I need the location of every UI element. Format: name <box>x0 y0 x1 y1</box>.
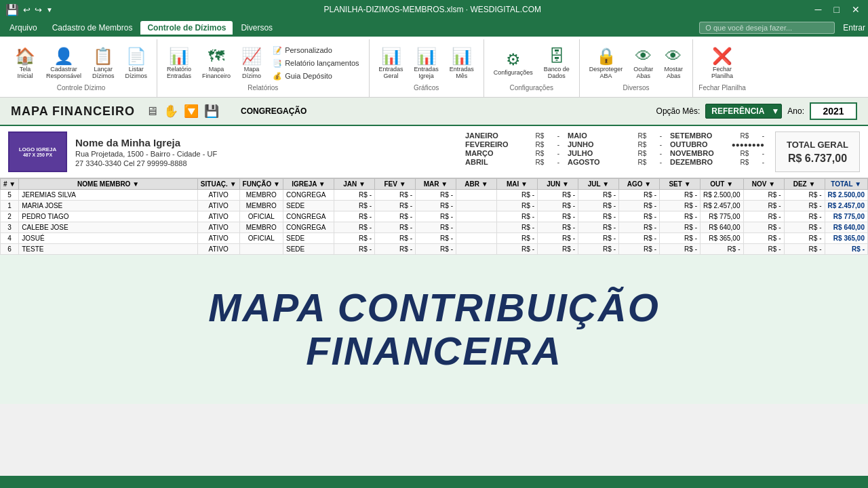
menu-diversos[interactable]: Diversos <box>234 21 279 35</box>
redo-icon[interactable]: ↪ <box>35 5 42 15</box>
th-mai[interactable]: MAI ▼ <box>497 179 538 190</box>
row-dez: R$ - <box>784 233 825 244</box>
row-ago: R$ - <box>619 244 660 255</box>
th-dez[interactable]: DEZ ▼ <box>784 179 825 190</box>
mapa-dizimo-button[interactable]: 📈 MapaDízimo <box>237 44 266 82</box>
month-row-abr: ABRIL R$ - <box>465 158 559 166</box>
row-nov: R$ - <box>743 211 784 222</box>
row-abr <box>456 244 497 255</box>
lancar-dizimos-button[interactable]: 📋 LançarDízimos <box>88 44 119 82</box>
row-jan: R$ - <box>334 201 375 211</box>
close-button[interactable]: ✕ <box>849 4 863 15</box>
row-set: R$ - <box>660 244 701 255</box>
ribbon-label-controle: Controle Dízimo <box>57 84 106 94</box>
church-logo: LOGO IGREJA 487 X 250 PX <box>8 131 67 172</box>
row-name: PEDRO TIAGO <box>19 211 198 222</box>
relatorio-entradas-button[interactable]: 📊 RelatórioEntradas <box>163 44 195 82</box>
entradas-geral-button[interactable]: 📊 EntradasGeral <box>375 44 408 82</box>
th-igr[interactable]: IGREJA ▼ <box>283 179 334 190</box>
th-total[interactable]: TOTAL ▼ <box>825 179 868 190</box>
ribbon-label-relatorios: Relatórios <box>248 84 278 94</box>
row-mai: R$ - <box>497 233 538 244</box>
ocultar-abas-button[interactable]: 👁 OcultarAbas <box>629 44 657 82</box>
th-ago[interactable]: AGO ▼ <box>619 179 660 190</box>
row-func: OFICIAL <box>239 211 283 222</box>
row-mar: R$ - <box>416 222 456 233</box>
th-mar[interactable]: MAR ▼ <box>416 179 456 190</box>
row-total: R$ 775,00 <box>825 211 868 222</box>
row-func: MEMBRO <box>239 222 283 233</box>
row-jul: R$ - <box>578 233 619 244</box>
entradas-mes-button[interactable]: 📊 EntradasMês <box>446 44 478 82</box>
desproteger-aba-button[interactable]: 🔒 DesprotegerABA <box>585 44 627 82</box>
row-fev: R$ - <box>375 233 416 244</box>
th-func[interactable]: FUNÇÃO ▼ <box>239 179 283 190</box>
undo-icon[interactable]: ↩ <box>23 5 31 15</box>
th-name[interactable]: NOME MEMBRO ▼ <box>19 179 198 190</box>
th-out[interactable]: OUT ▼ <box>701 179 744 190</box>
configuracoes-button[interactable]: ⚙ Configurações <box>490 47 537 79</box>
th-jul[interactable]: JUL ▼ <box>578 179 619 190</box>
row-mai: R$ - <box>497 244 538 255</box>
row-fev: R$ - <box>375 211 416 222</box>
quick-access-dropdown[interactable]: ▼ <box>46 6 53 14</box>
save-icon[interactable]: 💾 <box>204 104 219 119</box>
ribbon-group-relatorios: 📊 RelatórioEntradas 🗺 MapaFinanceiro 📈 M… <box>157 39 370 97</box>
referencia-dropdown[interactable]: REFERÊNCIA <box>705 104 782 119</box>
row-jun: R$ - <box>538 190 578 201</box>
menu-bar: Arquivo Cadastro de Membros Controle de … <box>0 19 868 37</box>
mapa-financeiro-button[interactable]: 🗺 MapaFinanceiro <box>198 44 235 82</box>
th-jan[interactable]: JAN ▼ <box>334 179 375 190</box>
church-info: LOGO IGREJA 487 X 250 PX Nome da Minha I… <box>8 131 454 172</box>
ano-input[interactable] <box>810 102 857 120</box>
th-fev[interactable]: FEV ▼ <box>375 179 416 190</box>
row-name: TESTE <box>19 244 198 255</box>
search-input[interactable] <box>699 22 835 34</box>
personalizado-button[interactable]: 📝 Personalizado <box>269 45 363 56</box>
row-func: MEMBRO <box>239 190 283 201</box>
th-jun[interactable]: JUN ▼ <box>538 179 578 190</box>
row-jul: R$ - <box>578 211 619 222</box>
row-jun: R$ - <box>538 211 578 222</box>
opcao-mes-label: Opção Mês: <box>656 106 701 116</box>
menu-arquivo[interactable]: Arquivo <box>3 21 44 35</box>
mostrar-abas-button[interactable]: 👁 MostarAbas <box>660 44 687 82</box>
th-abr[interactable]: ABR ▼ <box>456 179 497 190</box>
row-sit: ATIVO <box>197 201 239 211</box>
row-abr <box>456 190 497 201</box>
listar-dizimos-button[interactable]: 📄 ListarDízimos <box>121 44 152 82</box>
th-nov[interactable]: NOV ▼ <box>743 179 784 190</box>
month-col-1: JANEIRO R$ - FEVEREIRO R$ - MARÇO R$ - A… <box>465 131 559 166</box>
maximize-button[interactable]: □ <box>831 4 842 15</box>
th-num[interactable]: # ▼ <box>1 179 19 190</box>
hand-icon[interactable]: ✋ <box>163 104 178 119</box>
row-ago: R$ - <box>619 233 660 244</box>
relatorio-lancamentos-button[interactable]: 📑 Relatório lançamentos <box>269 58 363 69</box>
th-set[interactable]: SET ▼ <box>660 179 701 190</box>
row-total: R$ 640,00 <box>825 222 868 233</box>
menu-cadastro[interactable]: Cadastro de Membros <box>45 21 140 35</box>
row-fev: R$ - <box>375 222 416 233</box>
ribbon-group-diversos: 🔒 DesprotegerABA 👁 OcultarAbas 👁 MostarA… <box>580 39 694 97</box>
watermark-line2: FINANCEIRA <box>208 329 660 373</box>
entradas-igreja-button[interactable]: 📊 EntradasIgreja <box>410 44 443 82</box>
row-abr <box>456 222 497 233</box>
minimize-button[interactable]: ─ <box>812 4 825 15</box>
row-sit: ATIVO <box>197 190 239 201</box>
tela-inicial-button[interactable]: 🏠 TelaInicial <box>11 44 39 82</box>
entrar-button[interactable]: Entrar <box>843 23 865 33</box>
menu-controle[interactable]: Controle de Dízimos <box>140 21 233 35</box>
row-sit: ATIVO <box>197 211 239 222</box>
lancamentos-icon: 📑 <box>273 59 282 68</box>
display-icon[interactable]: 🖥 <box>146 104 158 119</box>
filter-icon[interactable]: 🔽 <box>184 104 199 119</box>
banco-dados-button[interactable]: 🗄 Banco deDados <box>540 44 574 82</box>
fechar-planilha-button[interactable]: ❌ FecharPlanilha <box>707 44 737 82</box>
cadastrar-responsavel-button[interactable]: 👤 CadastrarResponsável <box>42 44 85 82</box>
month-row-jul: JULHO R$ - <box>568 149 662 157</box>
watermark-section: MAPA CONTRIBUIÇÃO FINANCEIRA <box>0 255 868 404</box>
th-situac[interactable]: SITUAÇ. ▼ <box>197 179 239 190</box>
row-num: 4 <box>1 233 19 244</box>
month-col-3: SETEMBRO R$ - OUTUBRO ●●●●●●●● NOVEMBRO … <box>670 131 764 166</box>
guia-deposito-button[interactable]: 💰 Guia Depósito <box>269 70 363 82</box>
